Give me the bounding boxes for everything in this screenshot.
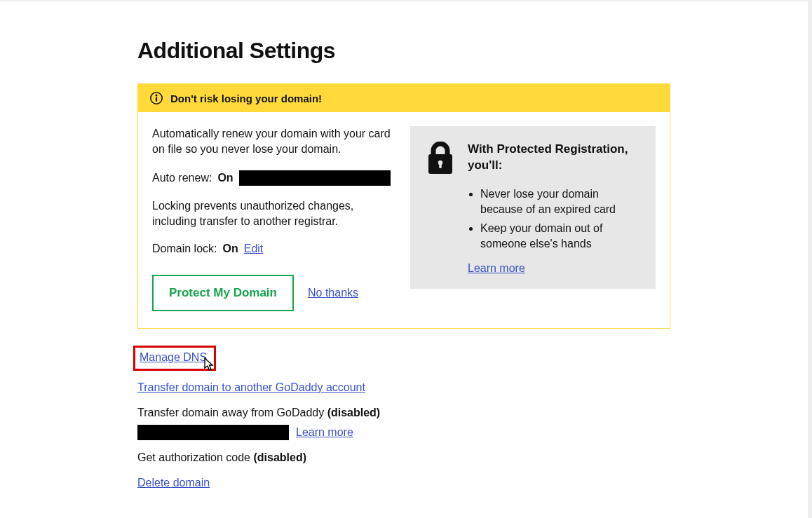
alert-header-text: Don't risk losing your domain! [170,93,322,104]
autorenew-value: On [217,172,233,184]
svg-rect-5 [439,163,442,168]
locking-description: Locking prevents unauthorized changes, i… [152,198,396,230]
learn-more-transfer-link[interactable]: Learn more [296,424,353,441]
learn-more-link[interactable]: Learn more [468,262,525,274]
domainlock-label: Domain lock: [152,243,217,255]
disabled-label: (disabled) [327,407,381,418]
redacted-block [239,170,391,186]
info-icon [149,91,163,105]
get-auth-label: Get authorization code [137,451,253,463]
page-title: Additional Settings [137,38,670,64]
edit-domainlock-link[interactable]: Edit [244,243,264,255]
svg-point-1 [156,95,158,97]
autorenew-label: Auto renew: [152,172,212,184]
transfer-internal-link[interactable]: Transfer domain to another GoDaddy accou… [137,381,365,393]
alert-header: Don't risk losing your domain! [138,84,670,112]
redacted-block [137,425,289,440]
manage-dns-highlight: Manage DNS [133,346,216,371]
domain-risk-alert: Don't risk losing your domain! Automatic… [137,83,670,329]
no-thanks-link[interactable]: No thanks [308,287,358,299]
domainlock-value: On [222,243,238,255]
promo-bullet: Never lose your domain because of an exp… [480,186,639,218]
cursor-icon [203,357,215,377]
transfer-away-label: Transfer domain away from GoDaddy [137,407,327,418]
protect-my-domain-button[interactable]: Protect My Domain [152,275,294,311]
promo-bullet: Keep your domain out of someone else's h… [480,221,639,252]
disabled-label: (disabled) [253,451,306,463]
svg-rect-2 [156,97,157,102]
promo-heading: With Protected Registration, you'll: [468,142,639,174]
delete-domain-link[interactable]: Delete domain [137,477,210,489]
lock-icon [426,142,455,178]
protected-registration-card: With Protected Registration, you'll: Nev… [410,126,656,289]
autorenew-description: Automatically renew your domain with you… [152,126,396,158]
manage-dns-link[interactable]: Manage DNS [140,351,207,363]
